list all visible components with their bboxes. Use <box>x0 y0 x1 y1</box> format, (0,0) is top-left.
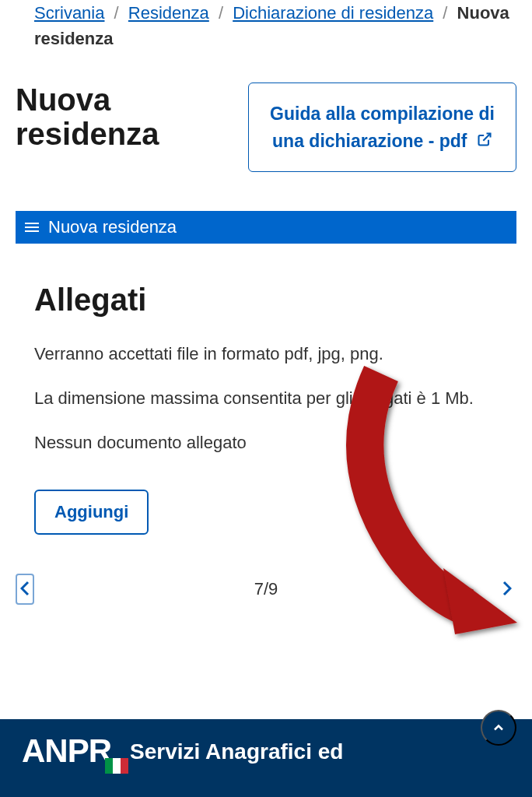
hamburger-menu-icon <box>25 223 39 232</box>
breadcrumb-link-dichiarazione[interactable]: Dichiarazione di residenza <box>233 3 433 23</box>
next-page-button[interactable] <box>498 577 516 602</box>
anpr-logo: ANPR <box>22 735 111 767</box>
file-format-text: Verranno accettati file in formato pdf, … <box>34 341 498 367</box>
external-link-icon <box>477 128 492 155</box>
file-size-text: La dimensione massima consentita per gli… <box>34 385 498 411</box>
guide-pdf-button[interactable]: Guida alla compilazione di una dichiaraz… <box>248 83 516 172</box>
breadcrumb-link-residenza[interactable]: Residenza <box>128 3 209 23</box>
svg-line-0 <box>483 133 490 140</box>
breadcrumb: Scrivania / Residenza / Dichiarazione di… <box>0 0 532 59</box>
breadcrumb-separator: / <box>443 3 447 23</box>
section-bar-label: Nuova residenza <box>48 217 177 237</box>
add-button[interactable]: Aggiungi <box>34 490 149 535</box>
breadcrumb-separator: / <box>219 3 223 23</box>
footer-text: Servizi Anagrafici ed <box>130 735 343 766</box>
page-indicator: 7/9 <box>34 579 498 599</box>
breadcrumb-separator: / <box>114 3 119 23</box>
scroll-to-top-button[interactable] <box>481 710 516 746</box>
section-heading: Allegati <box>34 283 498 318</box>
section-bar[interactable]: Nuova residenza <box>16 211 516 244</box>
no-documents-text: Nessun documento allegato <box>34 430 498 455</box>
chevron-up-icon <box>491 720 506 736</box>
footer: ANPR Servizi Anagrafici ed <box>0 719 532 797</box>
page-title: Nuova residenza <box>16 83 233 151</box>
prev-page-button[interactable] <box>16 574 34 605</box>
header-row: Nuova residenza Guida alla compilazione … <box>0 59 532 188</box>
guide-pdf-label: Guida alla compilazione di una dichiaraz… <box>270 104 495 151</box>
content-area: Allegati Verranno accettati file in form… <box>0 244 532 550</box>
pagination: 7/9 <box>0 550 532 636</box>
breadcrumb-link-scrivania[interactable]: Scrivania <box>34 3 104 23</box>
italian-flag-icon <box>105 758 128 774</box>
